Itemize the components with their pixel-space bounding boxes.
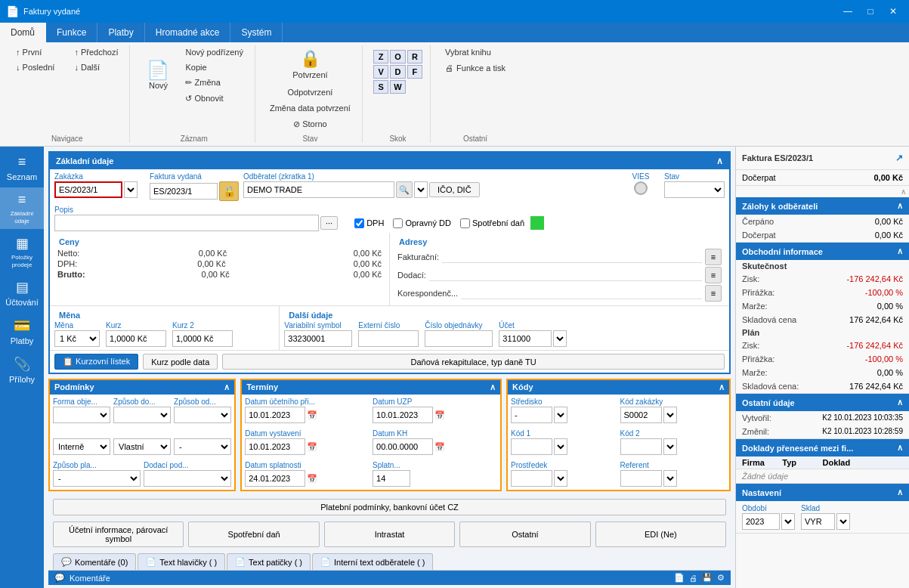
- obchodni-header[interactable]: Obchodní informace ∧: [736, 243, 909, 260]
- datum-uzp-input[interactable]: [373, 407, 433, 423]
- sidebar-item-uctovani[interactable]: ▤ Účtování: [0, 274, 44, 311]
- kopie-button[interactable]: Kopie: [180, 60, 248, 74]
- prostredek-input[interactable]: [511, 470, 552, 487]
- skok-s[interactable]: S: [373, 80, 388, 94]
- tab-domu[interactable]: Domů: [0, 23, 46, 42]
- ico-dic-button[interactable]: IČO, DIČ: [429, 182, 480, 197]
- zmena-button[interactable]: ✏ Změna: [180, 76, 248, 90]
- podminky-chevron[interactable]: ∧: [224, 382, 230, 392]
- novy-podrizeny-button[interactable]: Nový podřízený: [180, 45, 248, 59]
- storno-button[interactable]: ⊘ Storno: [288, 117, 332, 132]
- korespondencni-btn[interactable]: ≡: [705, 285, 722, 302]
- potvrzeni-button[interactable]: 🔒 Potvrzení: [286, 45, 334, 83]
- calendar-icon-2[interactable]: 📅: [434, 410, 445, 420]
- skok-r[interactable]: R: [407, 50, 422, 63]
- terminy-chevron[interactable]: ∧: [490, 382, 496, 392]
- skok-d[interactable]: D: [390, 65, 405, 79]
- opravny-checkbox[interactable]: [393, 218, 403, 228]
- kody-chevron[interactable]: ∧: [719, 382, 725, 392]
- posledni-button[interactable]: ↓ Poslední: [11, 60, 60, 74]
- skok-w[interactable]: W: [390, 80, 405, 94]
- kurzovni-listek-button[interactable]: 📋 Kurzovní lístek: [54, 354, 138, 370]
- tab-system[interactable]: Systém: [230, 23, 283, 42]
- zmena-data-button[interactable]: Změna data potvrzení: [264, 101, 356, 115]
- zakkazka-select[interactable]: ▼: [124, 181, 138, 198]
- interni-select[interactable]: Interně: [53, 438, 110, 455]
- skok-z[interactable]: Z: [373, 50, 388, 63]
- kod-zakazky-input[interactable]: [620, 407, 662, 423]
- novy-button[interactable]: 📄 Nový: [139, 57, 177, 94]
- skok-f[interactable]: F: [407, 65, 422, 79]
- vlastni-select[interactable]: Vlastní: [113, 438, 171, 455]
- kod1-select[interactable]: ▼: [554, 438, 567, 455]
- referent-select[interactable]: ▼: [663, 470, 677, 487]
- stredisko-input[interactable]: [511, 407, 552, 423]
- sidebar-item-polozky[interactable]: ▦ Položky prodeje: [0, 231, 44, 273]
- rp-ext-button[interactable]: ↗: [895, 153, 903, 163]
- dph-checkbox[interactable]: [354, 218, 364, 228]
- nastaveni-header[interactable]: Nastavení ∧: [736, 484, 909, 501]
- danova-rekapitulace-button[interactable]: Daňová rekapitulace, typ daně TU: [222, 354, 725, 370]
- kom-icon-3[interactable]: 💾: [702, 573, 713, 583]
- spotrebni-checkbox[interactable]: [460, 218, 470, 228]
- doklady-header[interactable]: Doklady přenesené mezi fi... ∧: [736, 439, 909, 456]
- tab-funkce[interactable]: Funkce: [46, 23, 97, 42]
- popis-input[interactable]: [54, 215, 319, 231]
- skok-o[interactable]: O: [390, 50, 405, 63]
- kom-icon-1[interactable]: 📄: [674, 573, 685, 583]
- intrastat-btn[interactable]: Intrastat: [324, 521, 455, 547]
- obdobi-input[interactable]: [742, 513, 780, 530]
- stav-select[interactable]: [664, 181, 725, 198]
- odpotvrzeni-button[interactable]: Odpotvrzení: [282, 85, 338, 99]
- faktura-input[interactable]: [150, 183, 218, 200]
- text-paticky-tab[interactable]: 📄 Text patičky ( ): [227, 553, 311, 570]
- splatnost-input[interactable]: [373, 470, 410, 487]
- odberatel-input[interactable]: [243, 181, 394, 198]
- zpusob-pla-select[interactable]: -: [53, 470, 141, 487]
- forma-select[interactable]: [53, 407, 110, 423]
- ucet-select[interactable]: ▼: [553, 330, 567, 347]
- edi-btn[interactable]: EDI (Ne): [595, 521, 726, 547]
- sklad-select[interactable]: ▼: [836, 513, 850, 530]
- datum-vystaveni-input[interactable]: [245, 438, 305, 455]
- sidebar-item-zakladni[interactable]: ≡ Základní údaje: [0, 187, 44, 229]
- sklad-input[interactable]: [801, 513, 835, 530]
- spotrebni-dan-btn[interactable]: Spotřební daň: [188, 521, 319, 547]
- mena-select[interactable]: 1 Kč: [54, 330, 100, 347]
- tab-hromadne[interactable]: Hromadné akce: [145, 23, 231, 42]
- calendar-icon-5[interactable]: 📅: [307, 474, 317, 484]
- prostredek-select[interactable]: ▼: [554, 470, 567, 487]
- calendar-icon-4[interactable]: 📅: [434, 442, 445, 452]
- odberatel-select[interactable]: ▼: [414, 181, 428, 198]
- kod-zakazky-select[interactable]: ▼: [663, 407, 677, 423]
- zpusob-do-select[interactable]: [113, 407, 171, 423]
- tab-platby[interactable]: Platby: [97, 23, 144, 42]
- lock-button[interactable]: 🔒: [219, 181, 239, 201]
- ucet-input[interactable]: [499, 330, 552, 347]
- kom-icon-4[interactable]: ⚙: [717, 573, 725, 583]
- ostatni-udaje-header[interactable]: Ostatní údaje ∧: [736, 394, 909, 411]
- vybrat-knihu-button[interactable]: Vybrat knihu: [440, 45, 511, 59]
- objednavky-input[interactable]: [425, 330, 493, 347]
- referent-input[interactable]: [620, 470, 662, 487]
- datum-splatnosti-input[interactable]: [245, 470, 305, 487]
- sidebar-item-seznam[interactable]: ≡ Seznam: [0, 150, 44, 186]
- ucetni-informace-button[interactable]: Účetní informace, párovací symbol: [53, 521, 184, 547]
- calendar-icon-1[interactable]: 📅: [307, 410, 317, 420]
- obnovit-button[interactable]: ↺ Obnovit: [180, 91, 248, 106]
- kurz-input[interactable]: [106, 330, 166, 347]
- close-button[interactable]: ✕: [883, 3, 903, 20]
- dodaci-pod-select[interactable]: [144, 470, 231, 487]
- kod1-input[interactable]: [511, 438, 552, 455]
- zpusob-od-select[interactable]: [174, 407, 231, 423]
- minimize-button[interactable]: —: [838, 3, 858, 20]
- platebni-podminky-button[interactable]: Platební podmínky, bankovní účet CZ: [53, 499, 726, 515]
- variabilni-input[interactable]: [284, 330, 352, 347]
- externi-input[interactable]: [358, 330, 419, 347]
- zakkazka-input[interactable]: [54, 181, 122, 198]
- odberatel-search[interactable]: 🔍: [396, 181, 413, 198]
- kom-icon-2[interactable]: 🖨: [689, 574, 697, 583]
- sidebar-item-platby[interactable]: 💳 Platby: [0, 313, 44, 350]
- dash-select[interactable]: -: [174, 438, 231, 455]
- dodaci-btn[interactable]: ≡: [705, 267, 722, 283]
